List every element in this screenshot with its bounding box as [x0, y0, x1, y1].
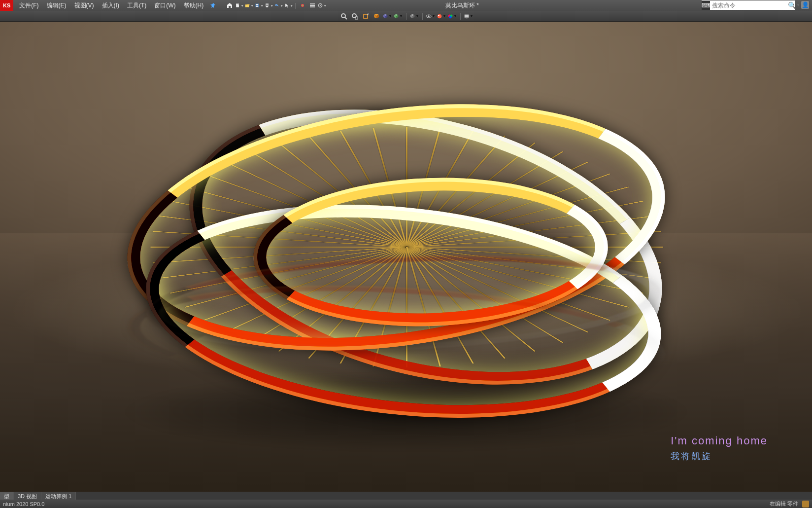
svg-rect-10	[310, 5, 315, 6]
menu-insert[interactable]: 插入(I)	[98, 0, 123, 11]
tab-3dview[interactable]: 3D 视图	[14, 492, 41, 500]
svg-rect-4	[266, 3, 269, 4]
separator	[460, 13, 461, 20]
floor-reflection	[86, 243, 726, 421]
quick-access-toolbar: ▼ ▼ ▼ ▼ ▼ ▼ | ▼	[225, 1, 327, 10]
status-icon[interactable]	[802, 501, 809, 508]
eye-icon[interactable]: ▼	[426, 12, 436, 21]
section-icon[interactable]	[372, 12, 381, 21]
print-icon[interactable]: ▼	[265, 1, 273, 10]
bottom-tabs: 型 3D 视图 运动算例 1	[0, 492, 812, 500]
status-version: nium 2020 SP0.0	[3, 501, 44, 507]
render-icon[interactable]: ▼	[464, 12, 474, 21]
hide-show-icon[interactable]: ▼	[409, 12, 419, 21]
search-input[interactable]	[710, 2, 788, 9]
user-account-icon[interactable]: 👤	[801, 1, 809, 9]
save-icon[interactable]: ▼	[255, 1, 264, 10]
svg-rect-3	[256, 6, 258, 7]
edit-appearance-icon[interactable]: ▼	[437, 12, 446, 21]
separator	[406, 13, 406, 20]
caption-english: I'm coming home	[671, 435, 768, 447]
svg-rect-0	[236, 3, 239, 7]
svg-rect-2	[256, 4, 258, 5]
app-logo: KS	[0, 0, 13, 11]
tab-model[interactable]: 型	[0, 492, 14, 500]
svg-point-13	[320, 5, 321, 6]
menu-edit[interactable]: 编辑(E)	[43, 0, 70, 11]
apply-scene-icon[interactable]: ▼	[447, 12, 457, 21]
zoom-area-icon[interactable]	[350, 12, 360, 21]
menu-tools[interactable]: 工具(T)	[123, 0, 150, 11]
command-search[interactable]: ⌨ 🔍 ▼	[702, 0, 795, 10]
svg-rect-9	[310, 3, 315, 4]
menu-file[interactable]: 文件(F)	[15, 0, 42, 11]
svg-rect-24	[464, 14, 469, 17]
menu-view[interactable]: 视图(V)	[70, 0, 98, 11]
svg-point-14	[341, 14, 345, 18]
menu-bar: KS 文件(F) 编辑(E) 视图(V) 插入(I) 工具(T) 窗口(W) 帮…	[0, 0, 812, 11]
separator	[422, 13, 423, 20]
caption-chinese: 我将凯旋	[671, 450, 768, 462]
zoom-fit-icon[interactable]	[339, 12, 349, 21]
document-title: 莫比乌斯环 *	[445, 1, 479, 10]
pin-icon[interactable]	[210, 2, 216, 8]
menu-help[interactable]: 帮助(H)	[180, 0, 208, 11]
search-dropdown-icon[interactable]: ▼	[796, 3, 800, 7]
new-icon[interactable]: ▼	[235, 1, 244, 10]
undo-icon[interactable]: ▼	[274, 1, 283, 10]
home-icon[interactable]	[225, 1, 234, 10]
display-style-icon[interactable]: ▼	[393, 12, 403, 21]
svg-point-8	[302, 5, 303, 6]
viewport-3d[interactable]: // placeholder – struts generated below …	[0, 22, 812, 492]
separator: |	[294, 1, 297, 10]
tab-motion[interactable]: 运动算例 1	[41, 492, 76, 500]
prev-view-icon[interactable]	[361, 12, 371, 21]
search-icon[interactable]: 🔍	[788, 1, 796, 9]
svg-rect-11	[310, 6, 315, 7]
svg-rect-25	[466, 17, 467, 18]
view-toolbar: ▼ ▼ ▼ ▼ ▼ ▼ ▼	[0, 11, 812, 22]
svg-point-18	[428, 15, 429, 17]
select-icon[interactable]: ▼	[284, 1, 293, 10]
svg-point-15	[352, 14, 356, 18]
caption-overlay: I'm coming home 我将凯旋	[671, 435, 768, 462]
settings-icon[interactable]: ▼	[318, 1, 327, 10]
options-icon[interactable]	[308, 1, 317, 10]
main-menu: 文件(F) 编辑(E) 视图(V) 插入(I) 工具(T) 窗口(W) 帮助(H…	[15, 0, 207, 11]
svg-point-19	[437, 14, 441, 18]
svg-point-20	[438, 14, 440, 16]
rebuild-icon[interactable]	[298, 1, 307, 10]
view-orient-icon[interactable]: ▼	[382, 12, 392, 21]
svg-rect-6	[266, 6, 268, 7]
svg-point-23	[449, 16, 451, 18]
menu-window[interactable]: 窗口(W)	[150, 0, 179, 11]
command-prompt-icon: ⌨	[702, 1, 710, 10]
status-mode: 在编辑 零件	[770, 500, 798, 508]
status-bar: nium 2020 SP0.0 在编辑 零件	[0, 500, 812, 508]
open-icon[interactable]: ▼	[245, 1, 254, 10]
